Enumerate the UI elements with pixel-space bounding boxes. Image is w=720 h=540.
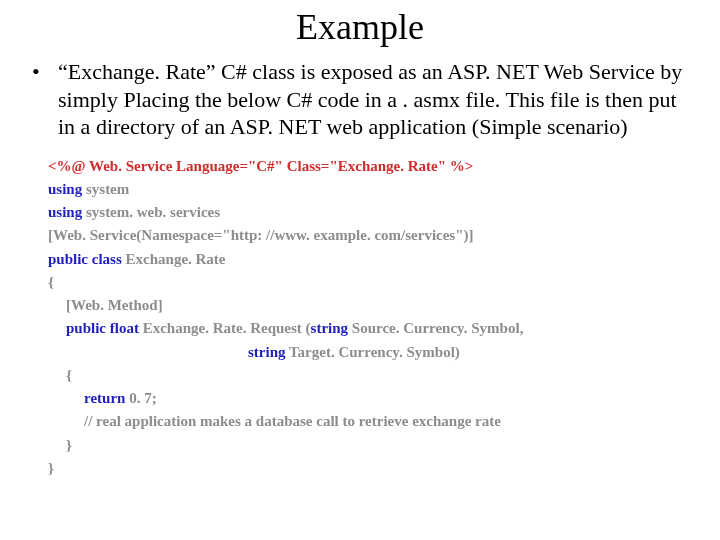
- slide: Example • “Exchange. Rate” C# class is e…: [0, 0, 720, 540]
- code-keyword: using: [48, 204, 82, 220]
- code-text: Source. Currency. Symbol,: [348, 320, 523, 336]
- bullet-item: • “Exchange. Rate” C# class is exposed a…: [28, 58, 692, 141]
- code-attribute: [Web. Method]: [48, 294, 163, 317]
- code-keyword: public float: [66, 320, 139, 336]
- code-keyword: public class: [48, 251, 122, 267]
- bullet-dot-icon: •: [28, 58, 58, 86]
- code-brace: }: [48, 434, 72, 457]
- code-block: <%@ Web. Service Language="C#" Class="Ex…: [48, 155, 692, 481]
- code-directive: <%@ Web. Service Language="C#" Class="Ex…: [48, 158, 473, 174]
- code-brace: }: [48, 460, 54, 476]
- slide-title: Example: [28, 6, 692, 48]
- code-text: 0. 7;: [125, 390, 156, 406]
- code-text: Exchange. Rate: [122, 251, 226, 267]
- code-brace: {: [48, 364, 72, 387]
- code-keyword: using: [48, 181, 82, 197]
- code-keyword: return: [84, 390, 125, 406]
- code-text: Exchange. Rate. Request (: [139, 320, 311, 336]
- code-text: system: [82, 181, 129, 197]
- code-attribute: [Web. Service(Namespace="http: //www. ex…: [48, 227, 474, 243]
- code-text: Target. Currency. Symbol): [286, 344, 460, 360]
- code-comment: // real application makes a database cal…: [48, 410, 501, 433]
- code-brace: {: [48, 274, 54, 290]
- code-keyword: string: [248, 344, 286, 360]
- bullet-text: “Exchange. Rate” C# class is exposed as …: [58, 58, 692, 141]
- code-text: system. web. services: [82, 204, 220, 220]
- code-keyword: string: [311, 320, 349, 336]
